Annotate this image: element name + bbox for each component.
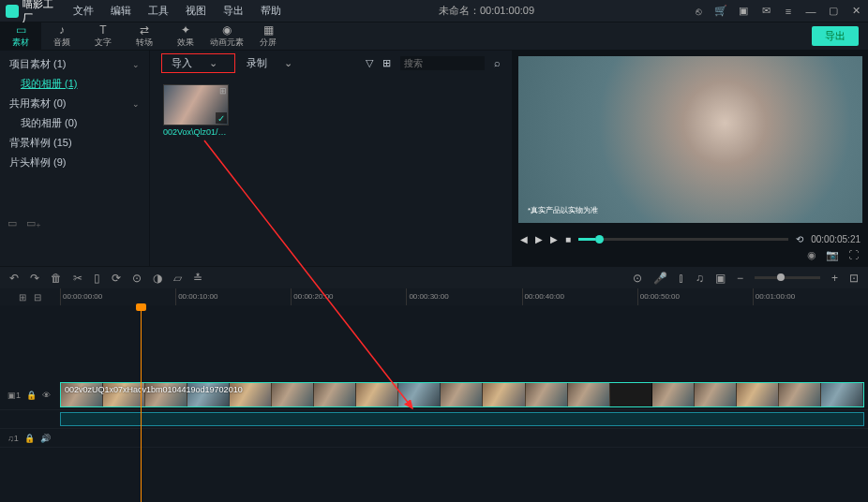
timeline-expand-icon[interactable]: ⊞: [19, 292, 26, 303]
title-bar: 喵影工厂 文件 编辑 工具 视图 导出 帮助 未命名：00:01:00:09 ⎋…: [0, 0, 868, 22]
effects-icon: ✦: [181, 24, 190, 36]
timeline-toolbar: ↶ ↷ 🗑 ✂ ▯ ⟳ ⊙ ◑ ▱ ≛ ⊙ 🎤 ⫿ ♫ ▣ − + ⊡: [0, 266, 868, 288]
play-button[interactable]: ▶: [550, 234, 558, 244]
sidebar-my-album-0[interactable]: 我的相册 (0): [0, 113, 149, 133]
sidebar-shared-media[interactable]: 共用素材 (0)⌄: [0, 94, 149, 113]
main-menu: 文件 编辑 工具 视图 导出 帮助: [73, 4, 281, 18]
clip-label: 002v0zUQ1x07xHacv1bm0104419od19702010: [65, 385, 243, 394]
tab-transition[interactable]: ⇄转场: [124, 22, 165, 51]
undo-button[interactable]: ↶: [9, 272, 19, 285]
filter-icon[interactable]: ▽: [366, 57, 373, 69]
lock-icon[interactable]: 🔒: [26, 391, 37, 400]
tab-media[interactable]: ▭素材: [0, 22, 41, 51]
new-folder-icon[interactable]: ▭: [7, 217, 17, 229]
zoom-out-button[interactable]: −: [737, 272, 743, 285]
timeline-ruler[interactable]: 00:00:00:00 00:00:10:00 00:00:20:00 00:0…: [60, 288, 868, 305]
record-icon[interactable]: ▣: [715, 272, 726, 285]
menu-help[interactable]: 帮助: [261, 4, 281, 18]
zoom-slider[interactable]: [755, 276, 820, 279]
media-sidebar: 项目素材 (1)⌄ 我的相册 (1) 共用素材 (0)⌄ 我的相册 (0) 背景…: [0, 51, 150, 266]
menu-edit[interactable]: 编辑: [111, 4, 131, 18]
playhead[interactable]: [141, 305, 142, 502]
track-label: ▣1: [7, 391, 21, 400]
marker-icon[interactable]: ⊙: [633, 272, 642, 285]
grid-view-icon[interactable]: ⊞: [382, 57, 391, 69]
split-button[interactable]: ✂: [73, 272, 82, 285]
import-dropdown[interactable]: 导入: [161, 53, 235, 73]
search-icon[interactable]: ⌕: [494, 57, 501, 68]
preview-timecode: 00:00:05:21: [811, 234, 861, 244]
music-icon[interactable]: ♫: [696, 272, 704, 285]
stop-button[interactable]: ■: [565, 234, 571, 244]
sidebar-intro-samples[interactable]: 片头样例 (9): [0, 153, 149, 172]
notify-icon[interactable]: ▣: [737, 5, 750, 18]
minimize-button[interactable]: —: [804, 5, 817, 18]
close-button[interactable]: ✕: [849, 5, 862, 18]
tab-elements[interactable]: ◉动画元素: [206, 22, 247, 51]
document-title: 未命名：00:01:00:09: [281, 4, 692, 18]
greenscreen-button[interactable]: ▱: [173, 272, 182, 285]
menu-export[interactable]: 导出: [223, 4, 244, 18]
media-icon: ▭: [16, 24, 26, 36]
preview-scrubber[interactable]: [578, 238, 788, 241]
menu-tools[interactable]: 工具: [148, 4, 169, 18]
speed-button[interactable]: ⊙: [132, 272, 142, 285]
timeline-collapse-icon[interactable]: ⊟: [34, 292, 41, 303]
mixer-icon[interactable]: ⫿: [679, 272, 684, 285]
sidebar-project-media[interactable]: 项目素材 (1)⌄: [0, 54, 149, 74]
video-clip[interactable]: 002v0zUQ1x07xHacv1bm0104419od19702010: [60, 382, 864, 407]
export-button[interactable]: 导出: [812, 26, 859, 46]
tab-effects[interactable]: ✦效果: [165, 22, 206, 51]
visibility-icon[interactable]: 👁: [42, 391, 51, 400]
prev-frame-button[interactable]: ◀: [520, 234, 528, 244]
redo-button[interactable]: ↷: [30, 272, 39, 285]
loop-icon[interactable]: ⟲: [796, 234, 803, 244]
zoom-in-button[interactable]: +: [831, 272, 838, 285]
chevron-down-icon: ⌄: [132, 99, 140, 109]
search-input[interactable]: [400, 56, 485, 70]
audio-icon: ♪: [59, 24, 65, 36]
fullscreen-icon[interactable]: ⛶: [848, 249, 859, 266]
camera-icon[interactable]: 📷: [826, 249, 839, 266]
mute-icon[interactable]: 🔊: [40, 434, 51, 443]
settings-icon[interactable]: ≡: [782, 5, 795, 18]
transition-icon: ⇄: [140, 24, 149, 36]
elements-icon: ◉: [222, 24, 232, 36]
crop-button[interactable]: ▯: [94, 272, 100, 285]
tab-splitscreen[interactable]: ▦分屏: [247, 22, 289, 51]
message-icon[interactable]: ✉: [759, 5, 772, 18]
delete-button[interactable]: 🗑: [51, 272, 62, 285]
tab-text[interactable]: T文字: [82, 22, 124, 51]
audio-track-1[interactable]: ♫1 🔒 🔊: [0, 429, 868, 448]
record-dropdown[interactable]: 录制: [247, 56, 292, 70]
tab-audio[interactable]: ♪音频: [41, 22, 82, 51]
folder-icon[interactable]: ▭₊: [26, 217, 41, 229]
thumbnail-label: 002Vox\Qlz01/\Acv1bm010: [163, 127, 229, 137]
sidebar-my-album-1[interactable]: 我的相册 (1): [0, 74, 149, 94]
zoom-fit-button[interactable]: ⊡: [849, 272, 859, 285]
timeline: ▣1 🔒 👁 002v0zUQ1x07xHacv1bm0104419od1970…: [0, 305, 868, 502]
menu-file[interactable]: 文件: [73, 4, 94, 18]
snapshot-icon[interactable]: ◉: [807, 249, 816, 266]
text-icon: T: [99, 24, 106, 36]
module-tabs: ▭素材 ♪音频 T文字 ⇄转场 ✦效果 ◉动画元素 ▦分屏 导出: [0, 22, 868, 51]
media-thumbnail[interactable]: 002Vox\Qlz01/\Acv1bm010: [163, 84, 229, 137]
maximize-button[interactable]: ▢: [827, 5, 840, 18]
preview-panel: ◀ ▶ ▶ ■ ⟲ 00:00:05:21 ◉ 📷 ⛶: [512, 51, 868, 266]
split-icon: ▦: [263, 24, 274, 36]
color-button[interactable]: ◑: [153, 272, 162, 285]
sidebar-bg-samples[interactable]: 背景样例 (15): [0, 133, 149, 153]
lock-icon[interactable]: 🔒: [24, 434, 35, 443]
video-track-1[interactable]: ▣1 🔒 👁 002v0zUQ1x07xHacv1bm0104419od1970…: [0, 380, 868, 410]
play-back-button[interactable]: ▶: [535, 234, 543, 244]
adjust-button[interactable]: ≛: [193, 272, 202, 285]
preview-canvas[interactable]: [518, 56, 862, 223]
video-track-1-audio[interactable]: [0, 410, 868, 429]
cart-icon[interactable]: 🛒: [714, 5, 727, 18]
thumbnail-image: [163, 84, 229, 126]
account-icon[interactable]: ⎋: [692, 5, 705, 18]
rotate-button[interactable]: ⟳: [112, 272, 121, 285]
menu-view[interactable]: 视图: [186, 4, 206, 18]
voice-icon[interactable]: 🎤: [653, 272, 667, 285]
chevron-down-icon: ⌄: [132, 60, 140, 69]
